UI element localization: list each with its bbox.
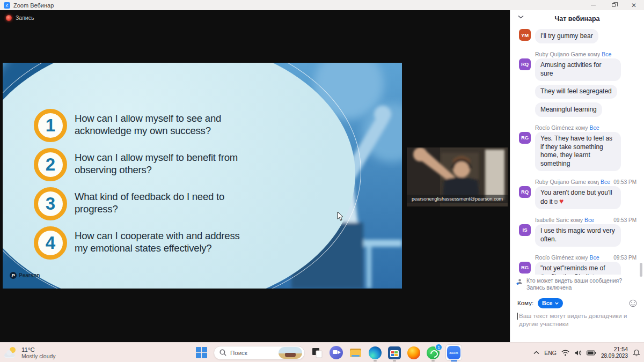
- question-item: 4How can I cooperate with and address my…: [34, 226, 259, 260]
- sender-line: Rocío Giménez комуВсе: [535, 124, 636, 131]
- avatar: RG: [519, 262, 531, 274]
- mouse-cursor: [337, 211, 343, 221]
- question-list: 1How can I allow myself to see and ackno…: [34, 109, 259, 265]
- participants-icon: [516, 278, 523, 285]
- avatar: RG: [519, 132, 531, 144]
- message-time: 09:53 PM: [610, 217, 636, 223]
- question-number: 3: [34, 187, 67, 220]
- question-item: 2How can I allow myself to benefit from …: [34, 148, 259, 181]
- sender-name: Ruby Quijano Game кому: [535, 51, 600, 57]
- question-number: 2: [34, 148, 67, 181]
- recording-dot-icon: [6, 15, 12, 21]
- edge-button[interactable]: [368, 343, 382, 362]
- zoom-app-logo-icon: Z: [4, 2, 10, 9]
- firefox-button[interactable]: [406, 343, 421, 362]
- minimize-button[interactable]: [583, 0, 603, 10]
- avatar: RQ: [519, 186, 531, 198]
- chat-messages[interactable]: YMI'll try gummy bearRuby Quijano Game к…: [510, 27, 644, 275]
- recording-label: Запись: [16, 14, 34, 21]
- message-input[interactable]: Ваш текст могут видеть докладчики и друг…: [517, 312, 637, 328]
- teams-chat-icon: [330, 346, 343, 359]
- tray-clock[interactable]: 21:54 28.09.2023: [601, 346, 628, 359]
- compose-to-label: Кому:: [517, 300, 533, 306]
- window-controls: ✕: [583, 0, 644, 10]
- question-text: How can I allow myself to see and acknow…: [75, 113, 252, 137]
- microsoft-store-button[interactable]: [387, 343, 401, 362]
- chat-title: Чат вебинара: [554, 15, 599, 23]
- chat-bubble: You aren't done but you'll do it☺♥: [535, 186, 621, 209]
- heart-icon: ♥: [559, 197, 564, 205]
- presenter-video-thumbnail[interactable]: pearsonenglishassessment@pearson.com: [407, 147, 508, 206]
- sender-recipient: Все: [589, 254, 599, 261]
- windows-logo-icon: [196, 347, 208, 359]
- window-title: Zoom Вебинар: [13, 2, 54, 9]
- question-number: 4: [34, 226, 67, 260]
- start-button[interactable]: [194, 343, 209, 362]
- window-titlebar: Z Zoom Вебинар ✕: [0, 0, 644, 10]
- pearson-wordmark: Pearson: [19, 272, 40, 278]
- avatar: YM: [519, 29, 531, 41]
- sender-recipient: Все: [589, 124, 599, 131]
- audience-dropdown[interactable]: Все: [538, 298, 563, 308]
- chevron-down-icon[interactable]: [518, 15, 524, 19]
- chat-visibility-text: Кто может видеть ваши сообщения? Запись …: [526, 277, 622, 291]
- notification-bell-icon[interactable]: [633, 349, 640, 357]
- chat-bubble: Yes. They have to feel as if they take s…: [535, 132, 621, 171]
- task-view-button[interactable]: [310, 343, 324, 362]
- chat-header: Чат вебинара: [510, 10, 644, 27]
- chat-bubble: They will feel segregated: [535, 85, 617, 99]
- chat-panel: Чат вебинара YMI'll try gummy bearRuby Q…: [510, 10, 644, 342]
- edge-icon: [369, 346, 382, 359]
- question-item: 1How can I allow myself to see and ackno…: [34, 109, 259, 142]
- tray-chevron-up-icon[interactable]: [533, 351, 539, 354]
- weather-widget[interactable]: 11°C Mostly cloudy: [4, 344, 56, 361]
- question-text: How can I allow myself to benefit from o…: [75, 152, 252, 176]
- task-view-icon: [311, 347, 323, 359]
- chat-message-group: YMI'll try gummy bear: [519, 29, 636, 43]
- sender-name: Rocío Giménez кому: [535, 124, 588, 131]
- file-explorer-icon: [349, 346, 362, 359]
- question-number: 1: [34, 109, 67, 142]
- sender-line: Ruby Quijano Game комуВсе09:53 PM: [535, 179, 636, 185]
- sender-name: Rocío Giménez кому: [535, 254, 588, 261]
- firefox-icon: [407, 346, 420, 359]
- pearson-logo: P Pearson: [10, 272, 40, 279]
- audience-value: Все: [542, 300, 552, 306]
- teams-chat-button[interactable]: [329, 343, 343, 362]
- sender-recipient: Все: [602, 51, 611, 57]
- tray-time: 21:54: [601, 346, 628, 353]
- weather-temp: 11°C: [21, 346, 56, 353]
- question-text: What kind of feedback do I need to progr…: [75, 191, 252, 215]
- chat-message-group: Rocío Giménez комуВсе09:53 PMRG"not yet"…: [519, 254, 636, 275]
- battery-icon[interactable]: [587, 350, 596, 356]
- sender-recipient: Все: [601, 179, 610, 185]
- chat-visibility-notice: Кто может видеть ваши сообщения? Запись …: [510, 275, 644, 291]
- restore-button[interactable]: [603, 0, 624, 10]
- taskbar-center: Поиск: [194, 343, 463, 362]
- message-input-placeholder: Ваш текст могут видеть докладчики и друг…: [519, 313, 627, 327]
- wifi-icon[interactable]: [561, 350, 569, 356]
- chat-bubble: Amusing activities for sure: [535, 58, 621, 81]
- chat-message-group: Rocío Giménez комуВсеRGYes. They have to…: [519, 124, 636, 171]
- pearson-mark-icon: P: [10, 272, 17, 279]
- chat-bubble: "not yet"reminds me of the film the Glad…: [535, 262, 621, 275]
- message-time: 09:53 PM: [610, 255, 636, 261]
- chat-message-group: Ruby Quijano Game комуВсеRQAmusing activ…: [519, 51, 636, 117]
- tray-date: 28.09.2023: [601, 353, 628, 359]
- microsoft-store-icon: [388, 346, 401, 359]
- system-tray: ENG 21:54 28.09.2023: [533, 343, 640, 362]
- weather-condition: Mostly cloudy: [21, 353, 56, 359]
- zoom-taskbar-button[interactable]: zoom: [445, 343, 463, 362]
- file-explorer-button[interactable]: [348, 343, 363, 362]
- weather-icon: [4, 347, 18, 359]
- whatsapp-button[interactable]: 1: [426, 343, 440, 362]
- recording-indicator: Запись: [6, 14, 34, 21]
- meeting-stage: Запись: [0, 10, 510, 342]
- sender-recipient: Все: [584, 217, 594, 223]
- chat-compose: Кому: Все Ваш текст могут видеть докладч…: [510, 294, 644, 342]
- close-button[interactable]: ✕: [624, 0, 644, 10]
- search-box[interactable]: Поиск: [214, 346, 305, 360]
- emoji-picker-button[interactable]: [629, 299, 637, 307]
- volume-icon[interactable]: [574, 350, 582, 356]
- language-indicator[interactable]: ENG: [544, 350, 557, 356]
